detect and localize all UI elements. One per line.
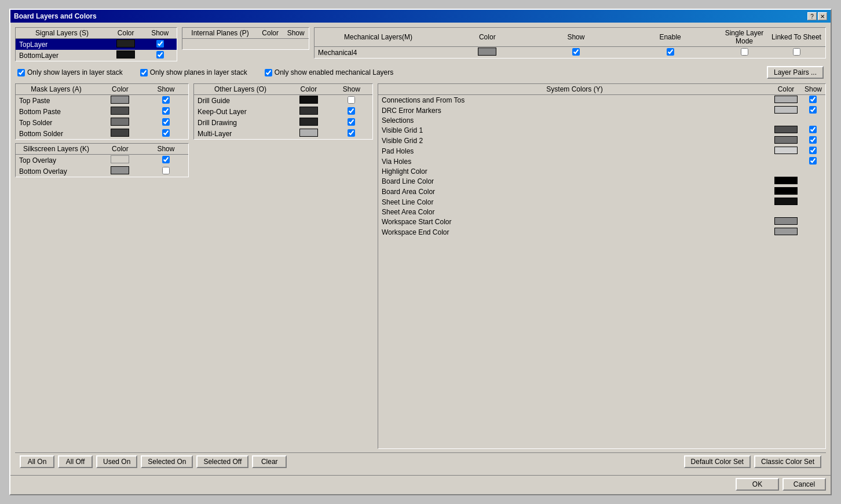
- show-checkbox[interactable]: [348, 107, 355, 115]
- only-show-mech-checkbox[interactable]: [265, 69, 272, 76]
- ok-button[interactable]: OK: [736, 478, 779, 491]
- internal-show-header: Show: [283, 28, 309, 39]
- signal-layers-panel: Signal Layers (S) Color Show TopLayer Bo: [15, 27, 177, 61]
- layer-name: Bottom Paste: [16, 106, 97, 117]
- other-show-header: Show: [331, 84, 372, 95]
- show-checkbox[interactable]: [348, 129, 355, 137]
- layer-name: Bottom Overlay: [16, 166, 97, 177]
- clear-button[interactable]: Clear: [252, 455, 287, 468]
- layer-show-cell[interactable]: [143, 50, 177, 61]
- signal-color-header: Color: [108, 28, 143, 39]
- table-row: Drill Drawing: [194, 117, 372, 128]
- signal-show-header: Show: [143, 28, 177, 39]
- mech-show-checkbox[interactable]: [572, 48, 580, 56]
- sys-color-name: Highlight Color: [378, 167, 771, 176]
- mech-enable-checkbox[interactable]: [667, 48, 674, 56]
- only-show-layers-checkbox[interactable]: [17, 69, 25, 76]
- sys-color-name: Via Holes: [378, 156, 771, 167]
- internal-planes-panel: Internal Planes (P) Color Show: [182, 27, 309, 50]
- show-checkbox[interactable]: [348, 118, 355, 126]
- sys-color-name: DRC Error Markers: [378, 105, 771, 116]
- table-row: Top Overlay: [16, 155, 188, 166]
- internal-planes-header: Internal Planes (P): [182, 28, 258, 39]
- board-layers-dialog: Board Layers and Colors ? ✕ Signal Layer…: [9, 9, 832, 495]
- layer-name: Keep-Out Layer: [194, 106, 287, 117]
- top-panels-row: Signal Layers (S) Color Show TopLayer Bo: [15, 27, 826, 61]
- layer-name: Bottom Solder: [16, 128, 97, 139]
- system-colors-header: System Colors (Y): [378, 84, 771, 95]
- show-checkbox[interactable]: [162, 167, 170, 174]
- mech-color-header: Color: [442, 28, 533, 47]
- table-row: Mechanical4: [315, 47, 825, 59]
- table-row: Board Line Color: [378, 176, 825, 187]
- used-on-button[interactable]: Used On: [96, 455, 137, 468]
- mech-linked-checkbox[interactable]: [793, 48, 800, 56]
- table-row: Top Paste: [16, 95, 188, 107]
- show-checkbox[interactable]: [162, 107, 170, 115]
- selected-off-button[interactable]: Selected Off: [196, 455, 248, 468]
- table-row: Top Solder: [16, 117, 188, 128]
- sys-color-name: Board Line Color: [378, 176, 771, 187]
- all-on-button[interactable]: All On: [20, 455, 54, 468]
- sys-color-header: Color: [771, 84, 801, 95]
- table-row: Bottom Solder: [16, 128, 188, 139]
- sys-color-name: Visible Grid 2: [378, 136, 771, 146]
- silkscreen-layers-panel: Silkscreen Layers (K) Color Show Top Ove…: [15, 143, 189, 177]
- table-row: Drill Guide: [194, 95, 372, 107]
- mask-show-header: Show: [144, 84, 188, 95]
- footer-buttons: All On All Off Used On Selected On Selec…: [15, 452, 826, 470]
- show-checkbox[interactable]: [162, 96, 170, 104]
- mech-show-header: Show: [533, 28, 620, 47]
- show-checkbox[interactable]: [156, 51, 164, 59]
- other-layers-panel: Other Layers (O) Color Show Drill Guide: [193, 83, 373, 140]
- only-show-planes-label[interactable]: Only show planes in layer stack: [140, 68, 247, 76]
- show-checkbox[interactable]: [809, 136, 817, 144]
- table-row: Bottom Paste: [16, 106, 188, 117]
- checkbox-row: Only show layers in layer stack Only sho…: [15, 65, 826, 80]
- layer-color-cell[interactable]: [108, 39, 143, 50]
- table-row: Visible Grid 2: [378, 136, 825, 146]
- help-button[interactable]: ?: [807, 12, 817, 20]
- show-checkbox[interactable]: [162, 129, 170, 137]
- silkscreen-header: Silkscreen Layers (K): [16, 144, 97, 155]
- layer-show-cell[interactable]: [143, 39, 177, 50]
- close-button[interactable]: ✕: [818, 12, 827, 20]
- show-checkbox[interactable]: [809, 126, 817, 133]
- sys-color-name: Connections and From Tos: [378, 95, 771, 106]
- other-color-header: Color: [287, 84, 331, 95]
- default-color-set-button[interactable]: Default Color Set: [684, 455, 751, 468]
- mech-enable-header: Enable: [619, 28, 721, 47]
- layer-name: Top Paste: [16, 95, 97, 107]
- table-row: Bottom Overlay: [16, 166, 188, 177]
- show-checkbox[interactable]: [162, 118, 170, 126]
- layer-pairs-button[interactable]: Layer Pairs ...: [767, 66, 824, 79]
- mech-single-checkbox[interactable]: [741, 48, 748, 56]
- table-row: Board Area Color: [378, 187, 825, 197]
- show-checkbox[interactable]: [156, 40, 164, 48]
- left-bottom: Mask Layers (A) Color Show Top Paste: [15, 83, 189, 449]
- only-show-mech-label[interactable]: Only show enabled mechanical Layers: [265, 68, 393, 76]
- mask-color-header: Color: [97, 84, 144, 95]
- footer-right-buttons: Default Color Set Classic Color Set: [684, 455, 821, 468]
- show-checkbox[interactable]: [809, 96, 817, 103]
- only-show-layers-label[interactable]: Only show layers in layer stack: [17, 68, 123, 76]
- only-show-planes-checkbox[interactable]: [140, 69, 148, 76]
- sys-color-name: Board Area Color: [378, 187, 771, 197]
- signal-layers-header: Signal Layers (S): [16, 28, 108, 39]
- table-row: Keep-Out Layer: [194, 106, 372, 117]
- show-checkbox[interactable]: [809, 106, 817, 114]
- table-row: Highlight Color: [378, 167, 825, 176]
- table-row: Sheet Area Color: [378, 207, 825, 217]
- classic-color-set-button[interactable]: Classic Color Set: [754, 455, 821, 468]
- show-checkbox[interactable]: [809, 157, 817, 165]
- selected-on-button[interactable]: Selected On: [141, 455, 193, 468]
- cancel-button[interactable]: Cancel: [783, 478, 826, 491]
- layer-name: Mechanical4: [315, 47, 442, 59]
- show-checkbox[interactable]: [348, 96, 355, 104]
- layer-color-cell[interactable]: [108, 50, 143, 61]
- layer-name: Top Solder: [16, 117, 97, 128]
- all-off-button[interactable]: All Off: [58, 455, 93, 468]
- show-checkbox[interactable]: [809, 147, 817, 154]
- layer-name: Top Overlay: [16, 155, 97, 166]
- show-checkbox[interactable]: [162, 156, 170, 163]
